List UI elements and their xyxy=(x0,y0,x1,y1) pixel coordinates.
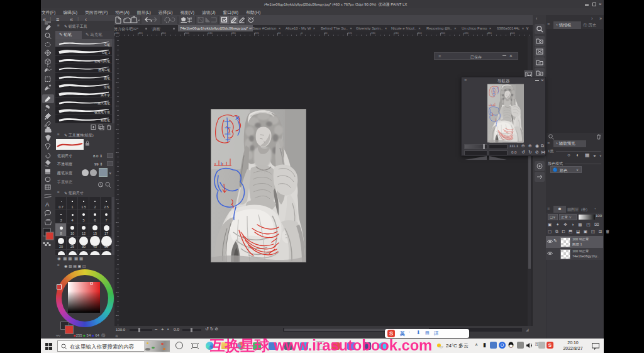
svg-text:A: A xyxy=(45,201,50,208)
